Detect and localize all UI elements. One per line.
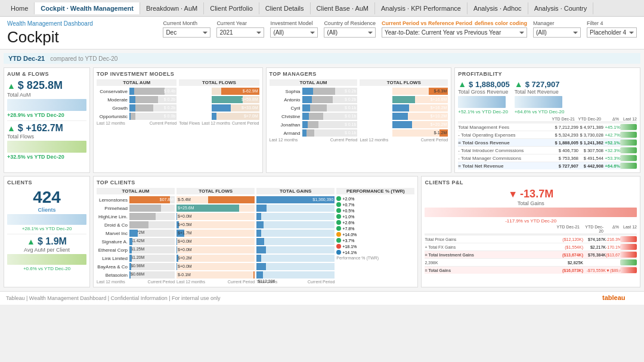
flows-label: Total Flows	[7, 134, 86, 140]
tc-gn-lem: $1,360,390	[256, 196, 335, 203]
nav-client-portfolio[interactable]: Client Portfolio	[204, 2, 259, 14]
investment-model-select[interactable]: (All)	[270, 27, 318, 38]
clients-panel: CLIENTS 424 Clients +28.1% vs YTD Dec-20…	[4, 176, 90, 287]
gains-value: -13.7M	[520, 188, 553, 200]
ctrl-row-bottom: Current Period vs Reference Period defin…	[382, 20, 637, 38]
tc-pf-bet: +14.1%	[336, 250, 414, 255]
ytd-label: YTD Dec-21	[8, 55, 45, 62]
tableau-logo: tableau	[602, 293, 638, 303]
gains-label: Total Gains	[425, 200, 637, 206]
nav-client-base[interactable]: Client Base · AuM	[311, 2, 375, 14]
nav-analysis-kpi[interactable]: Analysis · KPI Performance	[375, 2, 467, 14]
aum-flows-panel: AuM & FLOWS ▲ $ 825.8M Total AuM +28.9% …	[4, 67, 90, 173]
clients-chart	[7, 214, 86, 225]
mgr-sophia-flows: $-6.3M	[360, 88, 448, 95]
nav-analysis-adhoc[interactable]: Analysis · Adhoc	[467, 2, 528, 14]
tc-pf-mar: +2.6%	[336, 220, 414, 225]
manager-select[interactable]: (All)	[533, 27, 581, 38]
gross-value: $ 1,888,005	[469, 80, 510, 89]
tc-aum-highline: HighLine Lim.$14.57M	[97, 213, 175, 220]
tc-aum-label: TOTAL AUM	[97, 188, 175, 194]
pnl-fx: + Total FX Gains($1,554K)$2,217K-170.1%	[425, 243, 637, 250]
aum-flows-title: AuM & FLOWS	[7, 71, 86, 77]
mgr-aum-col: TOTAL AUM Sophia$ 0.2b Antonio$ 0.2b Cyr…	[270, 79, 358, 142]
tc-gn-dro: $122,219	[256, 221, 335, 228]
mgr-antonio-flows: $+16.6M	[360, 96, 448, 103]
current-month-select[interactable]: Dec	[163, 27, 210, 38]
ctrl-inv-model-label: Investment Model	[270, 20, 318, 26]
tc-aum-primehead: Primehead$17.53M	[97, 205, 175, 212]
mgr-jonathan-flows: $+20.2M	[360, 121, 448, 128]
tc-aum-lemonstones: Lemonstones$07.8M	[97, 196, 175, 203]
ctrl-current-month: Current Month Dec	[163, 20, 210, 38]
nav-analysis-country[interactable]: Analysis · Country	[528, 2, 594, 14]
inv-aum-col: TOTAL AUM Conservative $ 0.4b Moderate	[97, 79, 177, 125]
nav-home[interactable]: Home	[5, 2, 35, 14]
mgr-sophia-aum: Sophia$ 0.2b	[270, 88, 358, 95]
prof-net-rev: = Total Net Revenue$ 727,907$ 442,908+64…	[458, 162, 637, 169]
mgr-flows-label: TOTAL FLOWS	[360, 79, 448, 86]
svg-text:tableau: tableau	[602, 294, 626, 301]
tc-pf-bay: +18.1%	[336, 244, 414, 249]
period-select[interactable]: Year-to-Date: Current Year vs Previous Y…	[382, 27, 527, 38]
aum-value: $ 825.8M	[18, 79, 63, 92]
flows-mini-chart	[7, 141, 86, 153]
tc-aum-ethereal: Ethereal Corp$1.25M	[97, 246, 175, 253]
flows-kpi: ▲ $ +162.7M Total Flows +32.5% vs YTD De…	[7, 123, 86, 160]
nav-client-details[interactable]: Client Details	[259, 2, 311, 14]
net-chart	[515, 96, 562, 108]
prof-op-exp: - Total Operating Expenses$ 5,324,293$ 3…	[458, 131, 637, 138]
tc-gains-panel: TOTAL GAINS $1,360,390 $172,315 $88,137 …	[256, 188, 335, 284]
tc-fl-lem: $-5.4M	[177, 196, 255, 203]
tc-pf-sig: +7.8%	[336, 226, 414, 231]
avg-arrow: ▲	[27, 237, 35, 246]
aum-arrow: ▲	[7, 81, 16, 91]
aum-label: Total AuM	[7, 92, 86, 98]
prof-gross-rev: = Total Gross Revenue$ 1,888,005$ 1,241,…	[458, 138, 637, 146]
tc-flows-bars: $-5.4M $+25.6M $+0.0M $+0.5M $+1.7M $+0.…	[177, 196, 255, 279]
tc-gn-eth: $160,221	[256, 246, 335, 253]
mgr-aum-label: TOTAL AUM	[270, 79, 358, 86]
filter4-select[interactable]: Placeholder 4	[587, 27, 637, 38]
tc-aum-link: Link Limited$1.20M	[97, 255, 175, 262]
tc-fl-sig: $+0.0M	[177, 238, 255, 245]
top-clients-title: TOP CLIENTS	[97, 180, 414, 185]
main-content: YTD Dec-21 compared to YTD Dec-20 AuM & …	[0, 49, 644, 291]
clients-title: CLIENTS	[7, 180, 86, 185]
gross-chart	[458, 96, 506, 108]
country-select[interactable]: (All)	[324, 27, 376, 38]
tc-aum-panel: TOTAL AUM Lemonstones$07.8M Primehead$17…	[97, 188, 175, 284]
tc-gains-label: TOTAL GAINS	[256, 188, 335, 194]
inv-row-conservative: Conservative $ 0.4b	[97, 88, 177, 95]
tableau-logo-svg: tableau	[602, 293, 638, 302]
ytd-bar: YTD Dec-21 compared to YTD Dec-20	[4, 53, 640, 64]
mgr-christine-flows: $+10.2M	[360, 113, 448, 120]
inv-flows-growth: $+33.0M	[179, 104, 259, 112]
aum-change: +28.9% vs YTD Dec-20	[7, 112, 86, 118]
ytd-compared: compared to YTD Dec-20	[50, 55, 117, 62]
aum-kpi: ▲ $ 825.8M Total AuM +28.9% vs YTD Dec-2…	[7, 79, 86, 118]
nav-cockpit[interactable]: Cockpit · Wealth Management	[35, 2, 140, 14]
ctrl-period: Current Period vs Reference Period defin…	[382, 20, 527, 38]
tc-aum-betasoloin: Betasoloin$0.68M	[97, 271, 175, 279]
tc-aum-bars: Lemonstones$07.8M Primehead$17.53M HighL…	[97, 196, 175, 279]
ctrl-manager-label: Manager	[533, 20, 581, 26]
nav-breakdown[interactable]: Breakdown · AuM	[140, 2, 204, 14]
tc-gn-pri: $172,315	[256, 205, 335, 212]
tc-fl-mar: $+1.7M	[177, 230, 255, 237]
mgr-christine-aum: Christine$ 0.1b	[270, 113, 358, 120]
gross-arrow: ▲	[458, 79, 466, 89]
investment-models-panel: TOP INVESTMENT MODELS TOTAL AUM Conserva…	[93, 67, 263, 173]
clients-change: +28.1% vs YTD Dec-20	[7, 226, 86, 231]
mgr-cyril-aum: Cyril$ 0.1b	[270, 104, 358, 112]
tc-fl-bet: $-0.1M	[177, 271, 255, 279]
mgr-armand-aum: Armand$ 0.1b	[270, 129, 358, 137]
current-year-select[interactable]: 2021	[216, 27, 264, 38]
tc-gains-bars: $1,360,390 $172,315 $88,137 $122,219 $83…	[256, 196, 335, 279]
ctrl-filter4-label: Filter 4	[587, 20, 637, 26]
flows-change: +32.5% vs YTD Dec-20	[7, 154, 86, 160]
tc-gn-bet: $112,206	[256, 271, 335, 279]
tc-pf-hig: +0.5%	[336, 208, 414, 213]
header-subtitle: Wealth Management Dashboard	[7, 20, 93, 27]
ctrl-month-label: Current Month	[163, 20, 210, 26]
